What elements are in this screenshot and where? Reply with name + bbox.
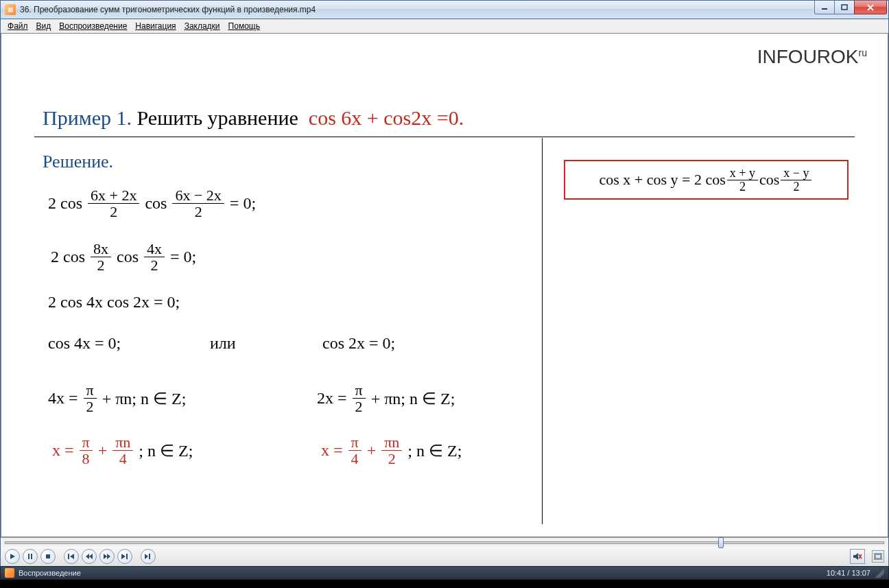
fraction-num: x − y: [781, 167, 811, 180]
slide-header: Пример 1. Решить уравнение cos 6x + cos2…: [43, 106, 464, 130]
fraction-den: 2: [172, 204, 224, 220]
forward-button[interactable]: [99, 549, 115, 564]
seek-bar-area: [1, 537, 888, 547]
fraction-num: 8x: [91, 241, 111, 257]
fraction-den: 4: [348, 451, 361, 467]
fraction-den: 4: [112, 451, 133, 467]
fraction-den: 2: [353, 399, 366, 414]
fullscreen-button[interactable]: [872, 550, 884, 563]
math-line-4b: cos 2x = 0;: [322, 334, 395, 353]
svg-rect-15: [149, 554, 150, 559]
math-text: + πn; n ∈ Z;: [371, 390, 455, 408]
math-text: cos: [117, 248, 139, 266]
minimize-button[interactable]: [814, 1, 835, 14]
fraction-den: 2: [88, 204, 139, 220]
svg-rect-3: [28, 554, 29, 559]
seek-thumb[interactable]: [718, 537, 724, 548]
status-text: Воспроизведение: [19, 569, 81, 577]
math-text: x =: [52, 441, 74, 459]
math-text: x =: [321, 441, 343, 459]
next-track-button[interactable]: [117, 549, 132, 564]
status-bar: Воспроизведение 10:41 / 13:07: [0, 566, 889, 580]
vertical-divider: [542, 138, 543, 524]
svg-marker-10: [104, 554, 107, 559]
resize-grip-icon[interactable]: [875, 568, 884, 578]
math-text: = 0;: [170, 248, 196, 266]
math-text: ; n ∈ Z;: [139, 442, 193, 460]
math-text: +: [98, 441, 108, 459]
task-equation: cos 6x + cos2x =0.: [309, 106, 464, 129]
menu-bar: Файл Вид Воспроизведение Навигация Закла…: [0, 19, 889, 33]
math-text: + πn; n ∈ Z;: [102, 390, 187, 408]
svg-marker-14: [145, 554, 148, 559]
window-controls: [815, 1, 887, 14]
logo-main: INFOUROK: [757, 46, 859, 67]
math-text: 2 cos: [48, 194, 82, 212]
status-icon: [5, 568, 14, 578]
math-line-4a: cos 4x = 0;: [48, 334, 121, 353]
example-label: Пример 1.: [43, 106, 132, 129]
svg-marker-7: [70, 554, 74, 559]
math-line-3: 2 cos 4x cos 2x = 0;: [48, 293, 180, 311]
svg-marker-9: [89, 554, 93, 559]
svg-rect-5: [46, 554, 50, 558]
svg-marker-16: [853, 553, 858, 560]
play-button[interactable]: [5, 549, 20, 564]
horizontal-divider: [34, 137, 855, 137]
menu-navigation[interactable]: Навигация: [132, 21, 178, 32]
stop-button[interactable]: [40, 549, 56, 564]
menu-bookmarks[interactable]: Закладки: [182, 21, 223, 32]
formula-text: cos x + cos y = 2 cos: [600, 171, 726, 189]
close-button[interactable]: [854, 1, 887, 14]
fraction-num: π: [80, 434, 93, 451]
app-icon: ▦: [5, 4, 16, 15]
math-text: +: [367, 441, 377, 459]
fraction-den: 2: [91, 257, 111, 273]
solution-label: Решение.: [43, 152, 113, 172]
fraction-den: 2: [144, 257, 165, 273]
fraction-num: πn: [112, 434, 133, 451]
formula-text: cos: [759, 171, 779, 189]
menu-playback[interactable]: Воспроизведение: [56, 21, 130, 32]
video-area: INFOUROKru Пример 1. Решить уравнение co…: [0, 33, 889, 547]
menu-help[interactable]: Помощь: [226, 21, 263, 32]
logo-suffix: ru: [859, 47, 867, 58]
prev-track-button[interactable]: [64, 549, 79, 564]
svg-rect-4: [31, 554, 32, 559]
fraction-num: 4x: [144, 241, 165, 257]
window-titlebar: ▦ 36. Преобразование сумм тригонометриче…: [0, 0, 889, 19]
math-text: 2x =: [317, 389, 347, 407]
fraction-num: 6x − 2x: [172, 187, 224, 204]
menu-view[interactable]: Вид: [34, 21, 54, 32]
maximize-button[interactable]: [834, 1, 855, 14]
svg-marker-2: [10, 554, 15, 559]
infourok-logo: INFOUROKru: [757, 46, 867, 68]
mute-button[interactable]: [850, 549, 865, 564]
math-line-5b: 2x = π2 + πn; n ∈ Z;: [317, 382, 455, 414]
svg-marker-12: [121, 554, 126, 559]
math-text: 2 cos: [51, 248, 85, 266]
rewind-button[interactable]: [82, 549, 97, 564]
math-line-2: 2 cos 8x2 cos 4x2 = 0;: [51, 241, 196, 273]
fraction-num: 6x + 2x: [88, 187, 139, 204]
window-title: 36. Преобразование сумм тригонометрическ…: [20, 5, 888, 14]
math-text: ; n ∈ Z;: [407, 442, 462, 460]
fraction-den: 2: [781, 180, 811, 193]
menu-file[interactable]: Файл: [5, 21, 31, 32]
svg-rect-18: [875, 554, 881, 558]
task-label: Решить уравнение: [137, 106, 298, 129]
step-button[interactable]: [141, 549, 156, 564]
math-line-5a: 4x = π2 + πn; n ∈ Z;: [48, 382, 186, 414]
formula-box: cos x + cos y = 2 cos x + y2 cos x − y2: [564, 160, 849, 200]
status-time: 10:41 / 13:07: [827, 569, 870, 577]
pause-button[interactable]: [23, 549, 38, 564]
fraction-num: πn: [381, 434, 402, 451]
fraction-num: π: [348, 434, 361, 451]
math-text: = 0;: [230, 194, 256, 212]
svg-rect-6: [68, 554, 69, 559]
fraction-num: x + y: [727, 167, 758, 180]
video-frame[interactable]: INFOUROKru Пример 1. Решить уравнение co…: [1, 33, 888, 537]
svg-rect-13: [126, 554, 128, 559]
math-text: cos: [145, 194, 167, 212]
seek-track[interactable]: [5, 541, 884, 544]
